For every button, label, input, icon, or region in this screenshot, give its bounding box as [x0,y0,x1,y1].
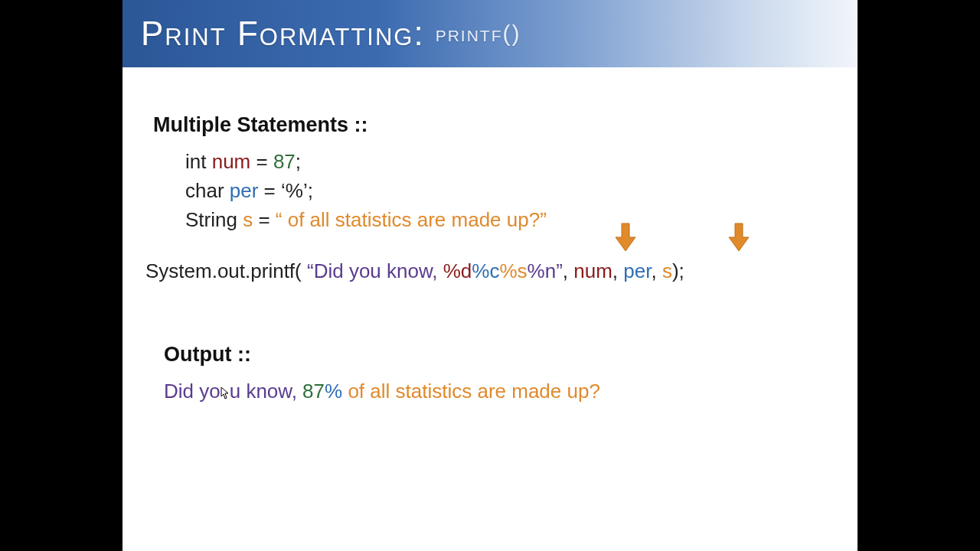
arrow-down-icon [727,222,750,253]
heading-multiple-statements: Multiple Statements :: [153,110,827,140]
out-part1: Did yo [164,380,220,403]
var-num: num [212,150,251,173]
title-sub: printf() [436,21,521,47]
heading-output: Output :: [164,340,827,370]
kw-int: int [185,150,212,173]
printf-prefix: System.out.printf( [145,259,307,282]
arg-per: per [623,259,651,282]
arg-s: s [662,259,672,282]
decl-int: int num = 87; [185,148,827,177]
out-87: 87 [302,380,325,403]
kw-char: char [185,179,230,202]
val-percent: ‘%’ [281,179,308,202]
comma3: , [651,259,662,282]
cursor-icon [220,380,230,409]
fmt-n: %n [528,259,557,282]
kw-string: String [185,208,243,231]
close-quote: ” [556,259,563,282]
comma1: , [563,259,573,282]
slide: Print Formatting: printf() Multiple Stat… [122,0,858,551]
fmt-s: %s [499,259,527,282]
out-pct: % [325,380,342,403]
printf-end: ); [672,259,684,282]
title-bar: Print Formatting: printf() [122,0,858,67]
slide-content: Multiple Statements :: int num = 87; cha… [122,67,858,409]
val-string: “ of all statistics are made up?” [276,208,547,231]
open-quote: “ [307,259,314,282]
out-part1b: u know, [230,380,302,403]
semi1: ; [296,150,301,173]
literal-text: Did you know, [314,259,443,282]
comma2: , [612,259,623,282]
output-text: Did you know, 87% of all statistics are … [164,377,827,409]
title-main: Print Formatting: [141,15,425,53]
semi2: ; [308,179,313,202]
arrow-down-icon [614,222,637,253]
var-s: s [243,208,253,231]
out-rest: of all statistics are made up? [342,380,600,403]
output-section: Output :: Did you know, 87% of all stati… [164,340,827,409]
fmt-d: %d [443,259,472,282]
var-per: per [230,179,259,202]
arg-num: num [573,259,612,282]
eq1: = [250,150,273,173]
eq2: = [258,179,281,202]
decl-char: char per = ‘%’; [185,177,827,206]
val-87: 87 [273,150,296,173]
fmt-c: %c [472,259,499,282]
eq3: = [253,208,276,231]
printf-call: System.out.printf( “Did you know, %d%c%s… [145,257,827,286]
